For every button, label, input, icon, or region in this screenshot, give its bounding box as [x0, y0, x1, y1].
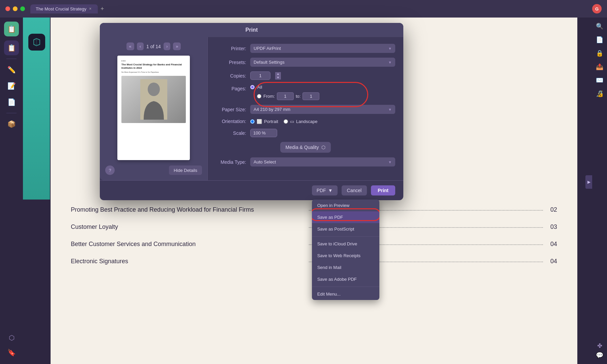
- print-dialog: Print « ‹ 1 of 14 › » ■ ■ ■ The Most Cru…: [100, 23, 403, 200]
- printer-chevron-icon: ▼: [388, 47, 392, 51]
- copies-decrement[interactable]: ▼: [275, 76, 281, 80]
- maximize-button[interactable]: [20, 6, 25, 11]
- pages-to-label: to:: [296, 94, 300, 99]
- next-next-button[interactable]: »: [173, 42, 181, 50]
- close-button[interactable]: [5, 6, 10, 11]
- right-expand-button[interactable]: ▶: [585, 175, 592, 189]
- right-mail-icon[interactable]: ✉️: [595, 75, 604, 85]
- prev-prev-button[interactable]: «: [126, 42, 134, 50]
- paper-size-label: Paper Size:: [216, 107, 246, 112]
- pages-range-radio[interactable]: [257, 94, 261, 98]
- paper-size-select[interactable]: A4 210 by 297 mm ▼: [250, 105, 395, 114]
- preview-doc-title: The Most Crucial Strategy for Banks and …: [121, 63, 186, 70]
- copies-increment[interactable]: ▲: [275, 72, 281, 76]
- pages-all-row: All: [250, 85, 395, 90]
- media-type-value: Auto Select: [254, 159, 276, 164]
- portrait-radio[interactable]: [250, 119, 255, 124]
- print-button[interactable]: Print: [371, 185, 395, 195]
- pdf-menu-save-icloud[interactable]: Save to iCloud Drive: [312, 238, 379, 250]
- cancel-button[interactable]: Cancel: [342, 185, 367, 195]
- tab[interactable]: The Most Crucial Strategy ×: [30, 4, 98, 13]
- right-clover-icon[interactable]: ✤: [595, 341, 604, 351]
- media-type-select[interactable]: Auto Select ▼: [250, 157, 395, 166]
- landscape-radio[interactable]: [284, 119, 288, 124]
- pdf-menu-save-web[interactable]: Save to Web Receipts: [312, 250, 379, 262]
- pdf-menu-save-pdf[interactable]: Save as PDF: [312, 211, 379, 223]
- media-type-chevron-icon: ▼: [388, 160, 392, 164]
- dialog-bottom: PDF ▼ Open in Preview Save as PDF Save a…: [100, 180, 403, 200]
- printer-value: UPDF AirPrint: [254, 46, 281, 51]
- pdf-dropdown-menu: Open in Preview Save as PDF Save as Post…: [312, 200, 379, 300]
- hide-details-button[interactable]: Hide Details: [169, 165, 202, 175]
- paper-size-row: Paper Size: A4 210 by 297 mm ▼: [216, 105, 395, 114]
- pdf-button[interactable]: PDF ▼: [312, 185, 338, 195]
- right-share-icon[interactable]: 📤: [595, 62, 604, 71]
- sidebar-item-tools[interactable]: 📦: [4, 117, 19, 131]
- right-comment-icon[interactable]: 💬: [595, 351, 604, 360]
- presets-value: Default Settings: [254, 60, 285, 65]
- copies-input[interactable]: [250, 71, 270, 80]
- avatar: G: [592, 4, 602, 13]
- paper-size-chevron-icon: ▼: [388, 108, 392, 112]
- printer-select[interactable]: UPDF AirPrint ▼: [250, 44, 395, 53]
- printer-label: Printer:: [216, 46, 246, 51]
- pdf-menu-divider-2: [312, 286, 379, 287]
- sidebar-divider-2: [6, 113, 17, 113]
- page-indicator: 1 of 14: [146, 44, 161, 49]
- tab-close-icon[interactable]: ×: [89, 6, 91, 11]
- pdf-menu-open-preview[interactable]: Open in Preview: [312, 200, 379, 211]
- toc-title-3: Better Customer Services and Communicati…: [71, 241, 305, 248]
- prev-button[interactable]: ‹: [137, 42, 144, 50]
- sidebar-item-edit[interactable]: ✏️: [4, 62, 19, 77]
- scale-input[interactable]: [250, 129, 277, 137]
- presets-select[interactable]: Default Settings ▼: [250, 58, 395, 67]
- right-sidebar: 🔍 📄 🔒 📤 ✉️ 🔏 ✤ 💬: [592, 18, 607, 364]
- media-quality-button[interactable]: Media & Quality ⬡: [280, 142, 331, 153]
- presets-row: Presets: Default Settings ▼: [216, 58, 395, 67]
- sidebar-item-bookmark[interactable]: 🔖: [4, 345, 19, 360]
- toc-num-4: 04: [547, 258, 557, 265]
- pdf-menu-save-adobe[interactable]: Save as Adobe PDF: [312, 273, 379, 285]
- right-sign-icon[interactable]: 🔏: [595, 89, 604, 98]
- pdf-menu-edit[interactable]: Edit Menu...: [312, 288, 379, 300]
- right-ocr-icon[interactable]: 📄: [595, 35, 604, 44]
- pdf-chevron-icon: ▼: [328, 188, 333, 193]
- settings-pane: Printer: UPDF AirPrint ▼ Presets: Defaul…: [208, 37, 403, 180]
- dialog-title: Print: [100, 23, 403, 37]
- app-logo: 📋: [4, 22, 19, 36]
- orientation-row: Orientation: ⬜ Portrait ▭ Landscape: [216, 119, 395, 124]
- titlebar: The Most Crucial Strategy × + G: [0, 0, 607, 18]
- traffic-lights: [5, 6, 25, 11]
- copies-row: Copies: ▲ ▼: [216, 71, 395, 80]
- preview-actions: ? Hide Details: [105, 165, 202, 175]
- pdf-label: PDF: [317, 188, 326, 193]
- sidebar-item-annotate[interactable]: 📝: [4, 79, 19, 93]
- pages-all-radio[interactable]: [250, 85, 255, 89]
- sidebar-item-documents[interactable]: 📋: [4, 40, 19, 55]
- pdf-menu-save-postscript[interactable]: Save as PostScript: [312, 223, 379, 235]
- pages-to-input[interactable]: [302, 92, 319, 100]
- sidebar-item-pages[interactable]: 📄: [4, 95, 19, 110]
- scale-label: Scale:: [216, 130, 246, 136]
- pages-from-input[interactable]: [277, 92, 294, 100]
- presets-label: Presets:: [216, 60, 246, 65]
- right-protect-icon[interactable]: 🔒: [595, 49, 604, 58]
- media-quality-row: Media & Quality ⬡: [216, 142, 395, 153]
- help-button[interactable]: ?: [105, 165, 115, 175]
- printer-row: Printer: UPDF AirPrint ▼: [216, 44, 395, 53]
- tab-add-button[interactable]: +: [100, 5, 104, 12]
- svg-point-2: [148, 83, 160, 96]
- portrait-option: ⬜ Portrait: [250, 119, 278, 124]
- toc-title-1: Promoting Best Practice and Reducing Wor…: [71, 206, 305, 213]
- portrait-label: Portrait: [264, 119, 278, 124]
- next-button[interactable]: ›: [164, 42, 170, 50]
- pages-from-label: From:: [263, 94, 275, 99]
- minimize-button[interactable]: [13, 6, 18, 11]
- right-search-icon[interactable]: 🔍: [595, 22, 604, 31]
- toc-num-3: 04: [547, 241, 557, 248]
- pages-label: Pages:: [216, 86, 246, 91]
- media-quality-chevron-icon: ⬡: [321, 145, 325, 150]
- pdf-menu-send-mail[interactable]: Send in Mail: [312, 262, 379, 273]
- media-type-label: Media Type:: [216, 159, 246, 165]
- sidebar-item-layers[interactable]: ⬡: [4, 330, 19, 345]
